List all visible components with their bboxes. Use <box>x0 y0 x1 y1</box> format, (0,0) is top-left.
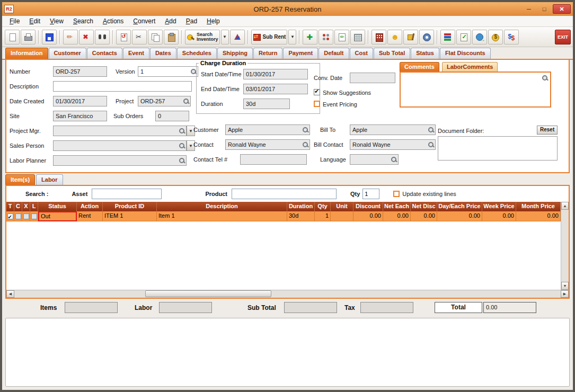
column-header-t[interactable]: T <box>6 202 14 211</box>
tab-sub-total[interactable]: Sub Total <box>374 48 410 59</box>
contact-field[interactable]: Ronald Wayne <box>225 139 310 150</box>
edit-lines-button[interactable] <box>334 30 349 44</box>
cell-discount[interactable]: 0.00 <box>353 211 383 221</box>
sub-orders-field[interactable]: 0 <box>155 111 189 121</box>
cut-button[interactable] <box>132 30 147 44</box>
tab-information[interactable]: Information <box>5 48 48 59</box>
language-field[interactable] <box>350 154 399 165</box>
end-date-field[interactable]: 03/01/2017 <box>243 84 308 94</box>
cell-unit[interactable] <box>331 211 353 221</box>
cell-net-disc[interactable]: 0.00 <box>411 211 437 221</box>
save-button[interactable] <box>42 30 57 44</box>
tab-status[interactable]: Status <box>411 48 439 59</box>
search-icon[interactable] <box>179 157 185 164</box>
cell-action[interactable]: Rent <box>77 211 103 221</box>
revert-button[interactable] <box>116 30 131 44</box>
column-header-c[interactable]: C <box>14 202 22 211</box>
tab-dates[interactable]: Dates <box>150 48 176 59</box>
sub-rent-dropdown[interactable]: ▼ <box>288 30 296 44</box>
column-header-week-price[interactable]: Week Price <box>482 202 516 211</box>
cell-day-each-price[interactable]: 0.00 <box>437 211 482 221</box>
document-folder-box[interactable] <box>438 136 558 161</box>
search-icon[interactable] <box>391 156 397 163</box>
warehouse-button[interactable] <box>371 30 386 44</box>
number-field[interactable]: ORD-257 <box>53 66 107 77</box>
contacts-button[interactable] <box>387 30 402 44</box>
menu-file[interactable]: File <box>5 16 24 26</box>
cell-x[interactable] <box>22 211 30 221</box>
edit-button[interactable] <box>63 30 78 44</box>
cell-t[interactable] <box>6 211 14 221</box>
product-input[interactable] <box>232 189 337 199</box>
search-icon[interactable] <box>542 75 548 81</box>
menu-pad[interactable]: Pad <box>182 16 201 26</box>
cell-status[interactable]: Out <box>38 211 77 221</box>
start-date-field[interactable]: 01/30/2017 <box>243 69 308 79</box>
version-field[interactable]: 1 <box>138 66 198 77</box>
customer-field[interactable]: Apple <box>225 124 310 135</box>
find-button[interactable] <box>95 30 110 44</box>
cell-l[interactable] <box>30 211 38 221</box>
column-header-product-id[interactable]: Product ID <box>103 202 157 211</box>
menu-add[interactable]: Add <box>161 16 180 26</box>
tab-return[interactable]: Return <box>253 48 282 59</box>
cell-duration[interactable]: 30d <box>287 211 315 221</box>
column-header-x[interactable]: X <box>22 202 30 211</box>
comments-box[interactable] <box>400 72 551 108</box>
tab-customer[interactable]: Customer <box>49 48 86 59</box>
project-field[interactable]: ORD-257 <box>138 96 191 106</box>
cell-product-id[interactable]: ITEM 1 <box>103 211 157 221</box>
menu-help[interactable]: Help <box>202 16 224 26</box>
tab-labor-comments[interactable]: LaborComments <box>442 62 498 72</box>
tab-default[interactable]: Default <box>319 48 349 59</box>
column-header-description[interactable]: Description <box>157 202 287 211</box>
qty-input[interactable] <box>362 189 379 199</box>
sub-rent-button[interactable]: Sub Rent <box>251 30 288 44</box>
column-header-action[interactable]: Action <box>77 202 103 211</box>
groups-button[interactable] <box>319 30 333 44</box>
cell-month-price[interactable]: 0.00 <box>516 211 561 221</box>
tab-event[interactable]: Event <box>123 48 149 59</box>
tab-item-s[interactable]: Item(s) <box>5 174 35 185</box>
maximize-button[interactable]: □ <box>537 4 551 14</box>
close-button[interactable]: ✕ <box>553 4 571 14</box>
tab-flat-discounts[interactable]: Flat Discounts <box>440 48 491 59</box>
scrollbar-thumb[interactable] <box>145 290 271 297</box>
site-field[interactable]: San Francisco <box>53 111 107 121</box>
tab-payment[interactable]: Payment <box>283 48 318 59</box>
menu-actions[interactable]: Actions <box>99 16 128 26</box>
search-icon[interactable] <box>302 127 308 133</box>
duration-field[interactable]: 30d <box>243 99 290 109</box>
minimize-button[interactable]: ─ <box>522 4 536 14</box>
column-header-unit[interactable]: Unit <box>331 202 353 211</box>
labor-planner-field[interactable] <box>53 155 187 166</box>
column-header-net-disc[interactable]: Net Disc <box>411 202 437 211</box>
search-icon[interactable] <box>302 141 308 148</box>
title-bar[interactable]: R2 ORD-257 Reservation ─ □ ✕ <box>2 2 573 16</box>
column-header-l[interactable]: L <box>30 202 38 211</box>
tab-shipping[interactable]: Shipping <box>217 48 253 59</box>
column-header-day-each-price[interactable]: Day/Each Price <box>437 202 482 211</box>
search-icon[interactable] <box>183 98 189 104</box>
cell-description[interactable]: Item 1 <box>157 211 287 221</box>
project-mgr-field[interactable] <box>53 126 187 136</box>
menu-view[interactable]: View <box>46 16 68 26</box>
paste-button[interactable] <box>164 30 179 44</box>
show-suggestions-checkbox[interactable] <box>314 89 320 95</box>
conv-date-field[interactable] <box>350 73 395 83</box>
menu-edit[interactable]: Edit <box>25 16 45 26</box>
equipment-button[interactable] <box>403 30 418 44</box>
bill-to-field[interactable]: Apple <box>350 124 436 135</box>
item-types-button[interactable] <box>230 30 245 44</box>
scroll-left-icon[interactable]: ◀ <box>6 290 14 298</box>
column-header-month-price[interactable]: Month Price <box>516 202 561 211</box>
search-inventory-dropdown[interactable]: ▼ <box>221 30 229 44</box>
search-inventory-button[interactable]: SearchInventory <box>185 30 220 44</box>
table-row[interactable]: Out Rent ITEM 1 Item 1 30d 1 0.00 0.00 0… <box>6 211 561 221</box>
search-icon[interactable] <box>179 142 185 149</box>
currency-button[interactable] <box>504 30 519 44</box>
cell-net-each[interactable]: 0.00 <box>383 211 411 221</box>
event-pricing-checkbox[interactable] <box>314 101 320 107</box>
print-button[interactable] <box>21 30 36 44</box>
horizontal-scrollbar[interactable]: ◀ ▶ <box>6 290 569 298</box>
